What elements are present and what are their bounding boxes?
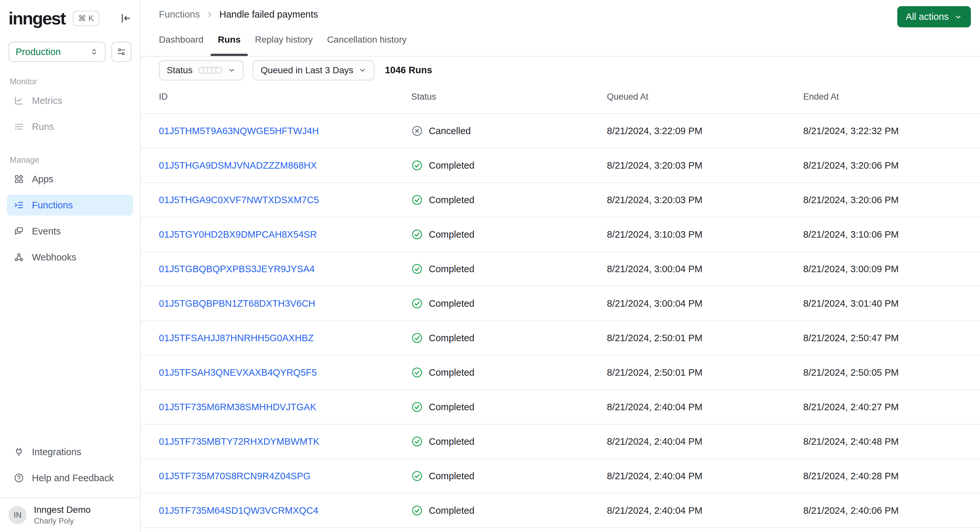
run-id-link[interactable]: 01J5TGY0HD2BX9DMPCAH8X54SR bbox=[159, 229, 317, 240]
status-label: Completed bbox=[429, 436, 474, 447]
completed-icon bbox=[411, 436, 423, 448]
all-actions-label: All actions bbox=[906, 11, 949, 22]
sidebar-item-label: Functions bbox=[32, 200, 73, 211]
table-row: 01J5TGY0HD2BX9DMPCAH8X54SR Completed 8/2… bbox=[141, 218, 980, 252]
run-status: Completed bbox=[411, 298, 607, 309]
cancelled-icon bbox=[411, 125, 423, 137]
table-row: 01J5TFSAHJJ87HNRHH5G0AXHBZ Completed 8/2… bbox=[141, 321, 980, 355]
queued-at: 8/21/2024, 3:22:09 PM bbox=[607, 126, 803, 136]
ended-at: 8/21/2024, 2:40:28 PM bbox=[803, 471, 980, 481]
run-id-link[interactable]: 01J5TF735M6RM38SMHHDVJTGAK bbox=[159, 402, 316, 412]
tab-bar: Dashboard Runs Replay history Cancellati… bbox=[141, 29, 980, 55]
run-status: Completed bbox=[411, 366, 607, 378]
column-header-queued-at: Queued At bbox=[607, 92, 803, 102]
time-range-label: Queued in Last 3 Days bbox=[261, 65, 353, 75]
tab-replay-history[interactable]: Replay history bbox=[248, 29, 320, 55]
ended-at: 8/21/2024, 3:20:06 PM bbox=[803, 195, 980, 205]
sidebar-item-label: Webhooks bbox=[32, 252, 76, 263]
all-actions-button[interactable]: All actions bbox=[897, 6, 971, 27]
column-header-ended-at: Ended At bbox=[803, 92, 980, 102]
queued-at: 8/21/2024, 3:00:04 PM bbox=[607, 298, 803, 309]
run-status: Completed bbox=[411, 263, 607, 275]
run-status: Completed bbox=[411, 436, 607, 448]
display-settings-button[interactable] bbox=[111, 42, 132, 62]
time-range-filter-button[interactable]: Queued in Last 3 Days bbox=[253, 60, 374, 80]
run-status: Cancelled bbox=[411, 125, 607, 137]
sidebar-header: inngest ⌘ K bbox=[0, 0, 140, 28]
run-id-link[interactable]: 01J5TFSAH3QNEVXAXB4QYRQ5F5 bbox=[159, 367, 317, 377]
run-id-link[interactable]: 01J5TGBQBPBN1ZT68DXTH3V6CH bbox=[159, 298, 315, 309]
table-row: 01J5THM5T9A63NQWGE5HFTWJ4H Cancelled 8/2… bbox=[141, 114, 980, 148]
sidebar-item-apps[interactable]: Apps bbox=[7, 169, 133, 190]
status-label: Completed bbox=[429, 333, 474, 344]
chevron-right-icon bbox=[206, 11, 213, 19]
runs-table: ID Status Queued At Ended At 01J5THM5T9A… bbox=[141, 80, 980, 532]
queued-at: 8/21/2024, 2:50:01 PM bbox=[607, 333, 803, 344]
select-updown-icon bbox=[90, 48, 98, 56]
status-label: Completed bbox=[429, 229, 474, 240]
queued-at: 8/21/2024, 3:20:03 PM bbox=[607, 195, 803, 205]
sidebar-item-runs[interactable]: Runs bbox=[7, 116, 133, 137]
run-id-link[interactable]: 01J5THGA9C0XVF7NWTXDSXM7C5 bbox=[159, 195, 319, 205]
run-id-link[interactable]: 01J5TF735M70S8RCN9R4Z04SPG bbox=[159, 471, 310, 481]
help-icon bbox=[14, 473, 24, 483]
sidebar-item-events[interactable]: Events bbox=[7, 221, 133, 242]
tab-runs[interactable]: Runs bbox=[211, 29, 248, 55]
environment-name: Production bbox=[16, 46, 61, 57]
environment-selector[interactable]: Production bbox=[8, 42, 105, 62]
breadcrumb-functions-link[interactable]: Functions bbox=[159, 9, 200, 20]
sidebar-item-metrics[interactable]: Metrics bbox=[7, 90, 133, 111]
table-row: 01J5TF735M64SD1QW3VCRMXQC4 Completed 8/2… bbox=[141, 494, 980, 528]
chevron-down-icon bbox=[358, 66, 367, 74]
avatar: IN bbox=[8, 506, 27, 524]
environment-row: Production bbox=[0, 42, 140, 62]
queued-at: 8/21/2024, 2:40:04 PM bbox=[607, 505, 803, 516]
completed-icon bbox=[411, 401, 423, 413]
user-profile[interactable]: IN Inngest Demo Charly Poly bbox=[0, 497, 140, 532]
run-id-link[interactable]: 01J5TGBQBQPXPBS3JEYR9JYSA4 bbox=[159, 264, 315, 274]
run-status: Completed bbox=[411, 159, 607, 171]
ended-at: 8/21/2024, 2:40:48 PM bbox=[803, 436, 980, 447]
tab-dashboard[interactable]: Dashboard bbox=[152, 29, 211, 55]
chevron-down-icon bbox=[228, 66, 236, 74]
sidebar-item-label: Apps bbox=[32, 174, 53, 185]
sidebar-spacer bbox=[0, 268, 140, 441]
run-id-link[interactable]: 01J5THM5T9A63NQWGE5HFTWJ4H bbox=[159, 126, 319, 136]
user-name: Charly Poly bbox=[34, 516, 91, 526]
run-status: Completed bbox=[411, 332, 607, 344]
ended-at: 8/21/2024, 3:10:06 PM bbox=[803, 229, 980, 240]
run-status: Completed bbox=[411, 505, 607, 516]
completed-icon bbox=[411, 229, 423, 240]
apps-icon bbox=[14, 174, 24, 184]
run-status: Completed bbox=[411, 229, 607, 240]
table-row: 01J5TGBQBQPXPBS3JEYR9JYSA4 Completed 8/2… bbox=[141, 252, 980, 287]
sidebar-item-help[interactable]: Help and Feedback bbox=[7, 468, 133, 488]
manage-nav: Apps Functions Events Webhooks bbox=[0, 169, 140, 268]
status-label: Completed bbox=[429, 264, 474, 274]
completed-icon bbox=[411, 470, 423, 482]
run-id-link[interactable]: 01J5TF735MBTY72RHXDYMBWMTK bbox=[159, 436, 320, 447]
table-row: 01J5THGA9DSMJVNADZZZM868HX Completed 8/2… bbox=[141, 148, 980, 183]
status-dots bbox=[198, 67, 223, 74]
sidebar-item-functions[interactable]: Functions bbox=[7, 195, 133, 215]
queued-at: 8/21/2024, 3:10:03 PM bbox=[607, 229, 803, 240]
run-status: Completed bbox=[411, 194, 607, 206]
run-status: Completed bbox=[411, 470, 607, 482]
run-id-link[interactable]: 01J5TFSAHJJ87HNRHH5G0AXHBZ bbox=[159, 333, 313, 343]
table-row: 01J5TF735M70S8RCN9R4Z04SPG Completed 8/2… bbox=[141, 459, 980, 494]
command-k-shortcut-badge[interactable]: ⌘ K bbox=[73, 11, 100, 26]
table-row: 01J5THGA9C0XVF7NWTXDSXM7C5 Completed 8/2… bbox=[141, 183, 980, 218]
run-id-link[interactable]: 01J5THGA9DSMJVNADZZZM868HX bbox=[159, 160, 317, 170]
status-filter-label: Status bbox=[167, 65, 192, 75]
run-id-link[interactable]: 01J5TF735M64SD1QW3VCRMXQC4 bbox=[159, 505, 318, 516]
ended-at: 8/21/2024, 2:40:06 PM bbox=[803, 505, 980, 516]
queued-at: 8/21/2024, 2:40:04 PM bbox=[607, 471, 803, 481]
collapse-sidebar-button[interactable] bbox=[119, 12, 132, 24]
status-filter-button[interactable]: Status bbox=[159, 60, 243, 80]
inngest-logo: inngest bbox=[8, 8, 65, 28]
plug-icon bbox=[14, 447, 24, 457]
sidebar-item-webhooks[interactable]: Webhooks bbox=[7, 247, 133, 268]
sidebar-item-label: Events bbox=[32, 226, 61, 237]
tab-cancellation-history[interactable]: Cancellation history bbox=[320, 29, 414, 55]
sidebar-item-integrations[interactable]: Integrations bbox=[7, 441, 133, 462]
